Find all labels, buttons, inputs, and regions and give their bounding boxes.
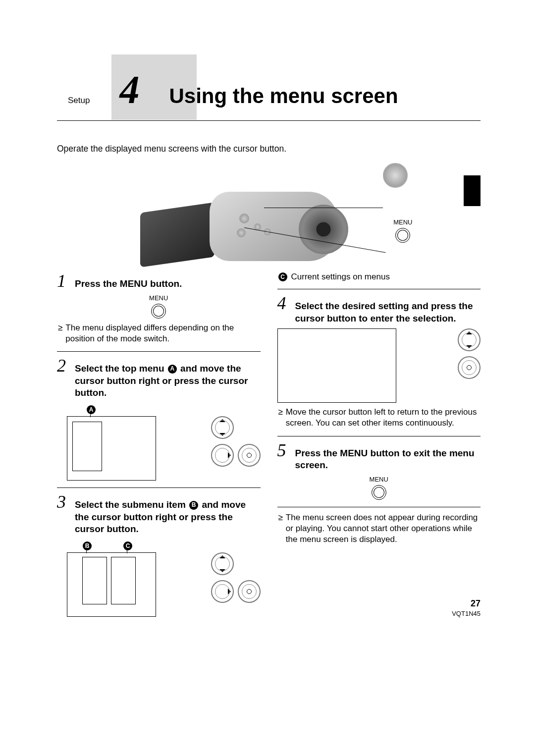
bullet-icon: ≥ xyxy=(58,323,62,344)
step-title: Select the desired setting and press the… xyxy=(295,300,481,324)
step-title: Select the submenu item B and move the c… xyxy=(75,499,261,536)
page-number: 27 xyxy=(452,598,481,609)
step-4: 4 Select the desired setting and press t… xyxy=(277,294,481,429)
section-label: Setup xyxy=(68,74,90,106)
chapter-title: Using the menu screen xyxy=(169,69,398,108)
intro-text: Operate the displayed menu screens with … xyxy=(57,144,481,154)
step-note: The menu displayed differs depending on … xyxy=(65,323,260,344)
step-2-diagram xyxy=(67,416,261,481)
step-title: Press the MENU button to exit the menu s… xyxy=(295,447,481,472)
step-number: 5 xyxy=(277,441,289,459)
cursor-right-icon xyxy=(211,444,234,467)
step-divider xyxy=(277,289,481,289)
step-title: Press the MENU button. xyxy=(75,278,182,290)
menu-button-callout: MENU xyxy=(393,193,412,243)
label-c-icon: C xyxy=(123,541,132,550)
chapter-header: Setup 4 Using the menu screen xyxy=(57,69,481,121)
step-number: 2 xyxy=(57,357,69,375)
step-2: 2 Select the top menu A and move the cur… xyxy=(57,357,261,481)
cursor-up-down-icon xyxy=(211,552,234,575)
cursor-up-down-icon xyxy=(458,328,481,351)
menu-button-icon xyxy=(372,485,386,500)
menu-button-diagram: MENU xyxy=(277,476,481,500)
step-divider xyxy=(57,351,261,352)
cursor-enter-icon xyxy=(238,444,261,467)
bullet-icon: ≥ xyxy=(278,512,283,545)
step-divider xyxy=(277,436,481,436)
menu-button-icon xyxy=(395,228,410,243)
cursor-up-down-icon xyxy=(211,416,234,439)
page-footer: 27 VQT1N45 xyxy=(452,598,481,617)
left-column: 1 Press the MENU button. MENU ≥ The menu… xyxy=(57,272,261,620)
step-5: 5 Press the MENU button to exit the menu… xyxy=(277,441,481,500)
step-number: 3 xyxy=(57,493,69,511)
bullet-icon: ≥ xyxy=(278,407,283,429)
step-divider xyxy=(57,487,261,488)
step-1: 1 Press the MENU button. MENU ≥ The menu… xyxy=(57,272,261,344)
step-4-diagram xyxy=(277,328,481,403)
label-c-description: C Current settings on menus xyxy=(277,272,481,282)
label-b-icon: B xyxy=(83,541,92,550)
step-3-diagram xyxy=(67,552,261,617)
label-a-icon: A xyxy=(87,405,96,414)
header-rule xyxy=(57,120,481,121)
right-column: C Current settings on menus 4 Select the… xyxy=(277,272,481,620)
step-number: 4 xyxy=(277,294,289,312)
page-side-tab xyxy=(464,175,481,206)
menu-label: MENU xyxy=(57,294,261,302)
step-number: 1 xyxy=(57,272,69,290)
cursor-right-icon xyxy=(211,580,234,603)
cursor-enter-icon xyxy=(458,356,481,379)
step-note: The menu screen does not appear during r… xyxy=(286,512,481,545)
chapter-number: 4 xyxy=(119,70,139,109)
camera-illustration: MENU xyxy=(125,158,413,267)
menu-label: MENU xyxy=(393,218,412,226)
step-title: Select the top menu A and move the curso… xyxy=(75,363,261,399)
label-a-icon: A xyxy=(168,365,177,374)
cursor-button-callout xyxy=(383,163,408,188)
menu-label: MENU xyxy=(277,476,481,483)
step-divider xyxy=(277,507,481,507)
step-note: Move the cursor button left to return to… xyxy=(286,407,481,429)
step-3: 3 Select the submenu item B and move the… xyxy=(57,493,261,617)
label-c-icon: C xyxy=(278,272,287,281)
label-b-icon: B xyxy=(189,501,198,510)
menu-button-diagram: MENU xyxy=(57,294,261,319)
menu-button-icon xyxy=(151,304,166,319)
cursor-enter-icon xyxy=(238,580,261,603)
document-id: VQT1N45 xyxy=(452,610,481,617)
